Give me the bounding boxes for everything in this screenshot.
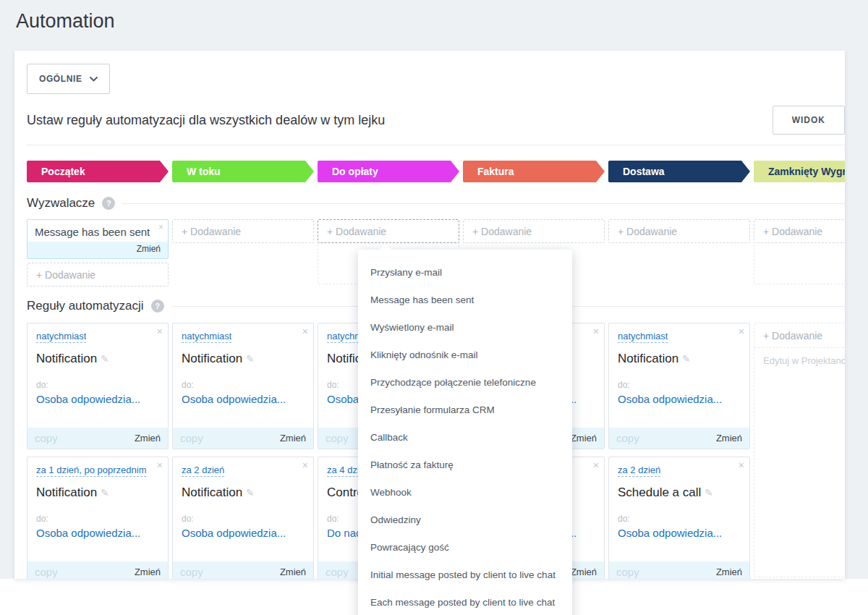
stage-arrow[interactable]: Faktura [463,161,605,182]
trigger-menu-item[interactable]: Przysłany e-mail [358,259,572,287]
edit-pencil-icon[interactable]: ✎ [101,487,109,499]
rule-card: × za 2 dzień Schedule a call✎ do: Osoba … [608,457,750,579]
close-icon[interactable]: × [158,222,163,232]
timing-link[interactable]: natychmiast [182,331,231,343]
close-icon[interactable]: × [157,326,163,337]
help-icon[interactable]: ? [102,197,115,210]
close-icon[interactable]: × [593,459,599,471]
category-dropdown-button[interactable]: OGÓLNIE [27,64,110,94]
copy-button[interactable]: copy [616,432,639,444]
trigger-column-4: + Dodawanie [463,219,605,243]
target-link[interactable]: Osoba odpowiedzia... [36,393,159,405]
copy-button[interactable]: copy [180,566,203,578]
stage-arrow[interactable]: Do opłaty [318,161,459,182]
change-rule-button[interactable]: Zmień [135,567,161,577]
close-icon[interactable]: × [739,459,744,471]
target-link[interactable]: Osoba odpowiedzia... [36,527,159,539]
edit-pencil-icon[interactable]: ✎ [705,487,713,499]
stage-arrow[interactable]: Zamknięty Wygrany [754,161,845,182]
rule-title: Schedule a call [618,485,701,499]
trigger-menu-item[interactable]: Przesyłanie formularza CRM [358,396,572,424]
copy-button[interactable]: copy [35,432,58,444]
close-icon[interactable]: × [739,326,744,337]
timing-link[interactable]: za 1 dzień, po poprzednim [36,465,146,477]
rule-title: Notification [36,352,97,365]
timing-link[interactable]: za 2 dzień [182,465,224,477]
add-trigger-button[interactable]: + Dodawanie [754,219,845,243]
trigger-card-title: Message has been sent [27,220,168,242]
trigger-menu-item[interactable]: Webhook [358,479,572,506]
timing-link[interactable]: natychmiast [36,331,86,343]
panel-subtitle: Ustaw reguły automatyzacji dla wszystkic… [27,113,385,128]
rule-title: Notification [36,485,97,499]
designer-note[interactable]: Edytuj w Projektancie w [754,348,845,366]
change-rule-button[interactable]: Zmień [135,433,161,444]
edit-pencil-icon[interactable]: ✎ [246,353,255,365]
add-trigger-button[interactable]: + Dodawanie [27,263,169,287]
rules-column: × natychmiast Notification✎ do: Osoba od… [172,323,314,579]
close-icon[interactable]: × [593,326,599,337]
trigger-menu-item[interactable]: Płatność za fakturę [358,451,572,479]
trigger-menu-item[interactable]: Initial message posted by client to live… [358,561,572,589]
trigger-menu-item[interactable]: Powracający gość [358,534,572,561]
close-icon[interactable]: × [157,459,163,471]
timing-link[interactable]: natychmiast [618,331,668,343]
target-link[interactable]: Osoba odpowiedzia... [618,527,741,539]
copy-button[interactable]: copy [35,566,58,578]
change-rule-button[interactable]: Zmień [280,433,306,444]
stage-arrow[interactable]: W toku [172,161,314,182]
trigger-column-2: + Dodawanie [172,219,314,243]
add-trigger-button[interactable]: + Dodawanie [172,219,314,243]
trigger-menu-item[interactable]: Odwiedziny [358,506,572,534]
copy-button[interactable]: copy [180,432,203,444]
stage-label: Początek [27,161,169,182]
to-label: do: [36,380,159,390]
trigger-menu-item[interactable]: Each message posted by client to live ch… [358,589,572,615]
add-trigger-button[interactable]: + Dodawanie [463,219,605,243]
trigger-menu-item[interactable]: Message has been sent [358,287,572,314]
widok-button[interactable]: WIDOK [773,106,845,135]
rule-card: × natychmiast Notification✎ do: Osoba od… [27,323,169,449]
to-label: do: [618,380,741,390]
page-title: Automation [16,10,115,33]
timing-link[interactable]: za 2 dzień [618,465,660,477]
target-link[interactable]: Osoba odpowiedzia... [618,393,741,405]
rule-card: × natychmiast Notification✎ do: Osoba od… [172,323,314,449]
help-icon[interactable]: ? [151,300,164,313]
edit-pencil-icon[interactable]: ✎ [101,353,109,365]
change-rule-button[interactable]: Zmień [716,567,742,577]
change-rule-button[interactable]: Zmień [571,567,597,577]
change-rule-button[interactable]: Zmień [280,567,306,577]
target-link[interactable]: Osoba odpowiedzia... [182,393,305,405]
edit-pencil-icon[interactable]: ✎ [682,353,691,365]
category-dropdown-label: OGÓLNIE [39,74,82,84]
trigger-dropzone [754,242,845,284]
trigger-card[interactable]: Message has been sent × Zmień [27,219,169,259]
add-label: + Dodawanie [327,226,386,237]
change-rule-button[interactable]: Zmień [716,433,742,444]
edit-pencil-icon[interactable]: ✎ [246,487,255,499]
to-label: do: [618,514,741,524]
trigger-menu-item[interactable]: Kliknięty odnośnik e-mail [358,342,572,369]
add-trigger-button-active[interactable]: + Dodawanie [318,219,459,243]
copy-button[interactable]: copy [616,566,639,578]
close-icon[interactable]: × [302,326,308,337]
to-label: do: [182,380,305,390]
copy-button[interactable]: copy [326,432,349,444]
add-rule-button[interactable]: + Dodawanie [754,323,845,348]
trigger-menu-item[interactable]: Przychodzące połączenie telefoniczne [358,369,572,396]
copy-button[interactable]: copy [326,566,349,578]
rules-section-title: Reguły automatyzacji [27,299,144,313]
stage-label: Do opłaty [318,161,459,182]
to-label: do: [182,514,305,524]
add-trigger-button[interactable]: + Dodawanie [608,219,750,243]
trigger-menu-item[interactable]: Wyświetlony e-mail [358,314,572,342]
close-icon[interactable]: × [302,459,308,471]
change-rule-button[interactable]: Zmień [571,433,597,444]
stage-arrow[interactable]: Początek [27,161,169,182]
stage-arrow[interactable]: Dostawa [608,161,750,182]
trigger-column-1: Message has been sent × Zmień + Dodawani… [27,219,169,287]
trigger-menu-item[interactable]: Callback [358,424,572,451]
change-trigger-button[interactable]: Zmień [137,244,161,254]
target-link[interactable]: Osoba odpowiedzia... [182,527,305,539]
